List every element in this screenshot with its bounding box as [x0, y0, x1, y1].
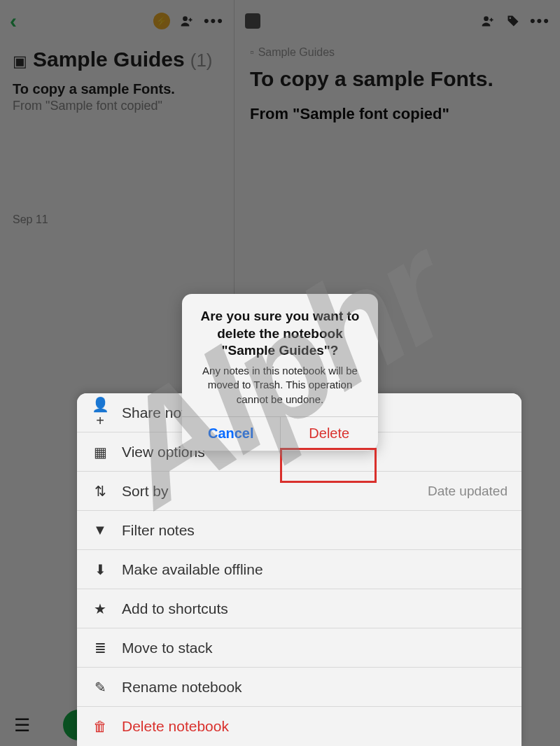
cancel-button[interactable]: Cancel: [182, 417, 281, 451]
menu-item-label: Delete notebook: [122, 718, 229, 735]
trash-icon: 🗑: [91, 719, 109, 735]
menu-item-label: Move to stack: [122, 640, 213, 656]
stack-icon: ≣: [91, 640, 109, 656]
grid-icon: ▦: [91, 444, 109, 460]
menu-item-pencil[interactable]: ✎Rename notebook: [77, 668, 522, 707]
menu-item-label: Rename notebook: [122, 679, 242, 696]
sort-icon: ⇅: [91, 483, 109, 500]
menu-item-label: Sort by: [122, 483, 169, 500]
menu-item-sort[interactable]: ⇅Sort byDate updated: [77, 472, 522, 511]
delete-button[interactable]: Delete: [281, 417, 379, 451]
menu-item-label: Add to shortcuts: [122, 600, 228, 617]
menu-item-label: Make available offline: [122, 561, 263, 578]
menu-item-trash[interactable]: 🗑Delete notebook: [77, 707, 522, 746]
menu-item-label: Filter notes: [122, 522, 195, 539]
dialog-button-row: Cancel Delete: [182, 416, 378, 451]
menu-item-star[interactable]: ★Add to shortcuts: [77, 589, 522, 628]
dialog-title: Are you sure you want to delete the note…: [193, 308, 367, 360]
pencil-icon: ✎: [91, 679, 109, 696]
star-icon: ★: [91, 600, 109, 617]
menu-item-download[interactable]: ⬇Make available offline: [77, 550, 522, 589]
delete-confirm-dialog: Are you sure you want to delete the note…: [182, 294, 378, 451]
dialog-message: Any notes in this notebook will be moved…: [193, 364, 367, 407]
menu-item-stack[interactable]: ≣Move to stack: [77, 628, 522, 668]
share-icon: 👤+: [91, 396, 109, 429]
download-icon: ⬇: [91, 561, 109, 578]
menu-item-trail: Date updated: [428, 484, 507, 499]
menu-item-filter[interactable]: ▼Filter notes: [77, 511, 522, 550]
filter-icon: ▼: [91, 522, 109, 538]
